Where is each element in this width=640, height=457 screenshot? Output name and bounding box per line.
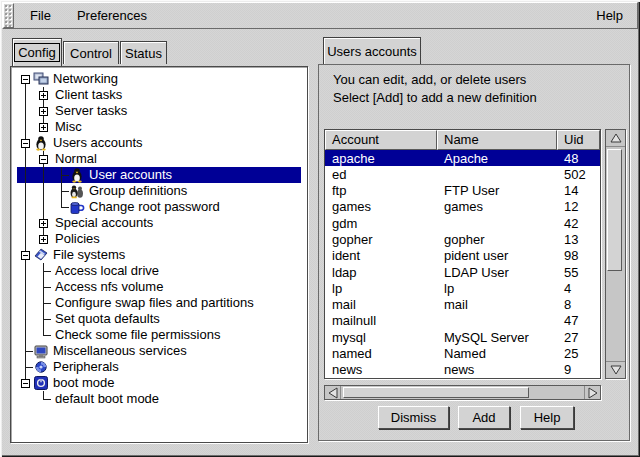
scroll-left-icon[interactable] xyxy=(325,386,341,399)
column-header-name[interactable]: Name xyxy=(437,130,557,150)
tree-item-label: Misc xyxy=(55,119,82,135)
menu-help[interactable]: Help xyxy=(590,6,629,25)
account-row-ldap[interactable]: ldapLDAP User55 xyxy=(325,264,600,280)
account-row-ftp[interactable]: ftpFTP User14 xyxy=(325,183,600,199)
tree-branch-line xyxy=(43,303,51,304)
cell-name: lp xyxy=(437,281,557,296)
collapse-toggle-icon[interactable] xyxy=(21,251,30,260)
vertical-scrollbar[interactable] xyxy=(605,129,626,379)
account-row-news[interactable]: newsnews9 xyxy=(325,362,600,378)
tree-item-label: Peripherals xyxy=(53,359,119,375)
peripherals-icon xyxy=(33,359,49,375)
tree-branch-line xyxy=(43,319,51,320)
account-row-games[interactable]: gamesgames12 xyxy=(325,199,600,215)
accounts-table[interactable]: AccountNameUid apacheApache48ed502ftpFTP… xyxy=(324,129,601,379)
tree-item-normal[interactable]: Normal xyxy=(11,151,307,167)
cell-uid: 13 xyxy=(557,232,600,247)
cell-uid: 12 xyxy=(557,199,600,214)
account-row-named[interactable]: namedNamed25 xyxy=(325,345,600,361)
cell-name: games xyxy=(437,199,557,214)
cell-account: gdm xyxy=(325,216,437,231)
group-icon xyxy=(69,183,85,199)
account-row-lp[interactable]: lplp4 xyxy=(325,280,600,296)
tree-item-users-accounts[interactable]: Users accounts xyxy=(11,135,307,151)
tree-item-server-tasks[interactable]: Server tasks xyxy=(11,103,307,119)
cell-name: Apache xyxy=(437,151,557,166)
tab-control[interactable]: Control xyxy=(63,41,119,64)
tree-item-miscellaneous-services[interactable]: Miscellaneous services xyxy=(11,343,307,359)
help-button[interactable]: Help xyxy=(520,406,574,429)
menu-bar: File Preferences Help xyxy=(2,2,638,29)
tab-config[interactable]: Config xyxy=(12,38,62,66)
expand-toggle-icon[interactable] xyxy=(39,123,48,132)
expand-toggle-icon[interactable] xyxy=(39,235,48,244)
account-row-mysql[interactable]: mysqlMySQL Server27 xyxy=(325,329,600,345)
dismiss-button[interactable]: Dismiss xyxy=(378,406,449,429)
instruction-line-2: Select [Add] to add a new definition xyxy=(333,90,537,105)
menubar-grip-handle[interactable] xyxy=(3,3,14,28)
column-header-account[interactable]: Account xyxy=(325,130,437,150)
tree-branch-line xyxy=(61,175,69,176)
tab-users-accounts[interactable]: Users accounts xyxy=(323,37,421,64)
menu-file[interactable]: File xyxy=(24,6,57,25)
tree-item-label: Special accounts xyxy=(55,215,153,231)
account-row-gopher[interactable]: gophergopher13 xyxy=(325,231,600,247)
expand-toggle-icon[interactable] xyxy=(39,107,48,116)
tree-item-file-systems[interactable]: File systems xyxy=(11,247,307,263)
account-row-gdm[interactable]: gdm42 xyxy=(325,215,600,231)
scroll-right-icon[interactable] xyxy=(584,386,600,399)
tree-item-change-root-password[interactable]: Change root password xyxy=(11,199,307,215)
horizontal-scrollbar[interactable] xyxy=(324,385,601,400)
expand-toggle-icon[interactable] xyxy=(39,219,48,228)
cell-uid: 98 xyxy=(557,248,600,263)
tree-item-peripherals[interactable]: Peripherals xyxy=(11,359,307,375)
mug-icon xyxy=(69,199,85,215)
menu-preferences[interactable]: Preferences xyxy=(71,6,153,25)
tree-item-group-definitions[interactable]: Group definitions xyxy=(11,183,307,199)
horizontal-scrollbar-thumb[interactable] xyxy=(343,387,529,398)
tree-item-misc[interactable]: Misc xyxy=(11,119,307,135)
tree-item-default-boot-mode[interactable]: default boot mode xyxy=(11,391,307,407)
tree-item-label: Configure swap files and partitions xyxy=(55,295,254,311)
tree-item-boot-mode[interactable]: boot mode xyxy=(11,375,307,391)
tree-item-client-tasks[interactable]: Client tasks xyxy=(11,87,307,103)
collapse-toggle-icon[interactable] xyxy=(21,139,30,148)
add-button[interactable]: Add xyxy=(458,406,510,429)
tree-item-special-accounts[interactable]: Special accounts xyxy=(11,215,307,231)
vertical-scrollbar-thumb[interactable] xyxy=(607,149,622,271)
account-row-mail[interactable]: mailmail8 xyxy=(325,297,600,313)
tree-view[interactable]: NetworkingClient tasksServer tasksMiscUs… xyxy=(10,66,308,443)
instruction-line-1: You can edit, add, or delete users xyxy=(333,72,526,87)
cell-name: gopher xyxy=(437,232,557,247)
collapse-toggle-icon[interactable] xyxy=(39,155,48,164)
scroll-down-icon[interactable] xyxy=(606,361,625,378)
account-row-apache[interactable]: apacheApache48 xyxy=(325,150,600,166)
tree-item-label: Policies xyxy=(55,231,100,247)
account-row-ident[interactable]: identpident user98 xyxy=(325,248,600,264)
tree-item-networking[interactable]: Networking xyxy=(11,71,307,87)
tree-item-check-some-file-permissions[interactable]: Check some file permissions xyxy=(11,327,307,343)
tree-item-configure-swap-files-and-partitions[interactable]: Configure swap files and partitions xyxy=(11,295,307,311)
tree-item-user-accounts[interactable]: User accounts xyxy=(11,167,307,183)
expand-toggle-icon[interactable] xyxy=(39,91,48,100)
tree-item-policies[interactable]: Policies xyxy=(11,231,307,247)
tree-item-access-local-drive[interactable]: Access local drive xyxy=(11,263,307,279)
tab-status[interactable]: Status xyxy=(120,41,167,64)
tab-control-label: Control xyxy=(70,46,112,61)
collapse-toggle-icon[interactable] xyxy=(21,379,30,388)
cell-account: apache xyxy=(325,151,437,166)
tree-item-set-quota-defaults[interactable]: Set quota defaults xyxy=(11,311,307,327)
account-row-mailnull[interactable]: mailnull47 xyxy=(325,313,600,329)
cell-uid: 4 xyxy=(557,281,600,296)
account-row-ed[interactable]: ed502 xyxy=(325,166,600,182)
table-header-row: AccountNameUid xyxy=(325,130,600,150)
tree-item-label: Networking xyxy=(53,71,118,87)
cell-name: FTP User xyxy=(437,183,557,198)
collapse-toggle-icon[interactable] xyxy=(21,75,30,84)
tree-item-access-nfs-volume[interactable]: Access nfs volume xyxy=(11,279,307,295)
help-button-label: Help xyxy=(534,410,561,425)
cell-uid: 48 xyxy=(557,151,600,166)
column-header-uid[interactable]: Uid xyxy=(557,130,600,150)
tree-item-label: Check some file permissions xyxy=(55,327,220,343)
scroll-up-icon[interactable] xyxy=(606,130,625,147)
